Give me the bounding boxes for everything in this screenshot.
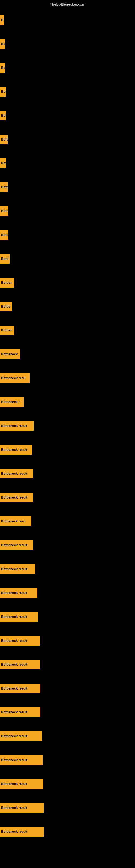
bar-row: Bottleneck result: [0, 581, 135, 605]
bar-label: Bottleneck r: [0, 397, 24, 407]
bar-row: Bottleneck result: [0, 486, 135, 509]
bar-row: Bott: [0, 127, 135, 151]
bar-row: Bott: [0, 175, 135, 199]
bar-row: Bottleneck result: [0, 629, 135, 653]
bar-row: B: [0, 8, 135, 32]
bar-row: Bottleneck result: [0, 414, 135, 438]
bar-label: Bottleneck result: [0, 731, 42, 741]
bar-row: Bottleneck result: [0, 438, 135, 462]
bar-label: Bottleneck result: [0, 636, 40, 646]
bar-label: Bottleneck result: [0, 493, 33, 502]
bar-row: Bottleneck resu: [0, 366, 135, 390]
bar-row: Bottleneck result: [0, 796, 135, 820]
bar-row: Bottle: [0, 294, 135, 318]
bar-label: Bott: [0, 182, 8, 192]
bar-row: Bot: [0, 104, 135, 127]
bar-label: Bottleneck result: [0, 421, 34, 431]
bar-row: Bottleneck result: [0, 724, 135, 748]
bar-row: Bottleneck resu: [0, 509, 135, 533]
bar-label: Bottleneck: [0, 349, 20, 359]
bar-row: Bottleneck result: [0, 462, 135, 486]
bar-row: Bottleneck result: [0, 653, 135, 677]
bar-label: Bo: [0, 39, 5, 49]
bar-row: Bottleneck: [0, 342, 135, 366]
bar-label: Bott: [0, 230, 8, 240]
bar-label: Bottleneck result: [0, 827, 44, 837]
bar-label: Bottlen: [0, 278, 14, 287]
bar-label: Bottleneck result: [0, 540, 33, 550]
bar-label: Bottle: [0, 302, 12, 311]
bar-label: B: [0, 15, 4, 25]
bar-row: Bot: [0, 151, 135, 175]
bar-label: Bottleneck result: [0, 755, 43, 765]
bar-row: Bottleneck r: [0, 390, 135, 414]
bar-row: Bott: [0, 223, 135, 247]
bars-container: BBoBoBotBotBottBotBottBottBottBottlBottl…: [0, 8, 135, 844]
bar-row: Bottleneck result: [0, 677, 135, 701]
bar-row: Bottleneck result: [0, 605, 135, 629]
bar-row: Bottleneck result: [0, 772, 135, 796]
bar-label: Bottleneck result: [0, 469, 33, 478]
bar-row: Bottlen: [0, 271, 135, 294]
bar-label: Bottleneck resu: [0, 517, 31, 526]
bar-label: Bottleneck result: [0, 445, 32, 455]
bar-label: Bottleneck result: [0, 612, 38, 622]
bar-row: Bottl: [0, 247, 135, 271]
bar-row: Bott: [0, 199, 135, 223]
bar-label: Bottleneck result: [0, 684, 41, 693]
bar-row: Bo: [0, 56, 135, 80]
bar-label: Bot: [0, 87, 6, 97]
bar-row: Bottleneck result: [0, 701, 135, 724]
bar-row: Bot: [0, 80, 135, 104]
bar-label: Bottleneck result: [0, 588, 37, 598]
bar-row: Bottleneck result: [0, 820, 135, 844]
bar-label: Bottleneck result: [0, 660, 40, 670]
bar-row: Bottlen: [0, 318, 135, 342]
bar-label: Bot: [0, 111, 6, 120]
bar-label: Bottleneck result: [0, 707, 41, 717]
bar-label: Bottleneck result: [0, 779, 43, 789]
site-title: TheBottlenecker.com: [0, 0, 135, 8]
bar-label: Bott: [0, 134, 8, 144]
bar-label: Bottleneck result: [0, 803, 44, 813]
bar-row: Bo: [0, 32, 135, 56]
bar-label: Bottleneck result: [0, 564, 35, 574]
bar-label: Bottlen: [0, 326, 14, 335]
bar-label: Bottl: [0, 254, 10, 264]
bar-label: Bott: [0, 206, 8, 216]
bar-row: Bottleneck result: [0, 748, 135, 772]
bar-row: Bottleneck result: [0, 557, 135, 581]
bar-label: Bo: [0, 63, 5, 73]
bar-row: Bottleneck result: [0, 533, 135, 557]
bar-label: Bot: [0, 158, 6, 168]
bar-label: Bottleneck resu: [0, 373, 30, 383]
